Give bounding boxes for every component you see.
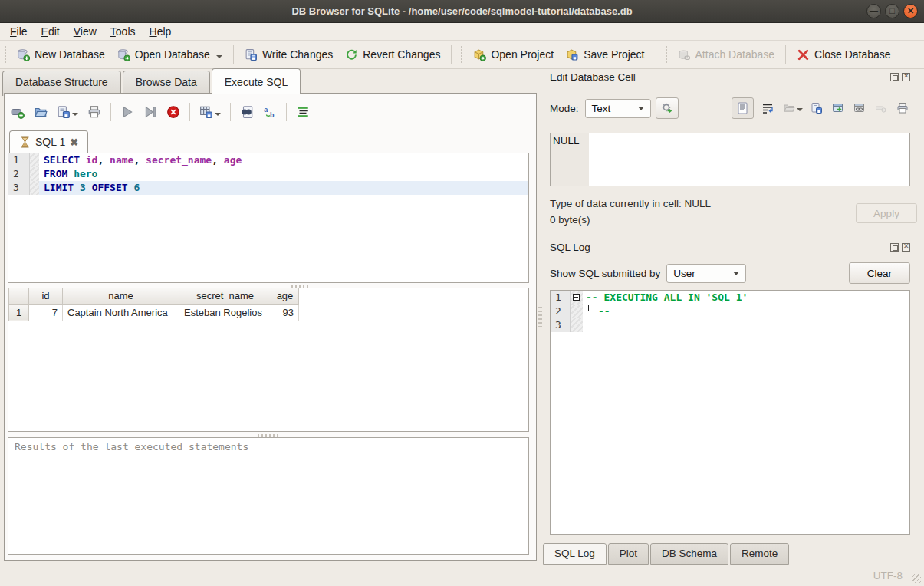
- close-tab-icon[interactable]: ✖: [70, 137, 78, 148]
- float-panel-icon[interactable]: [890, 73, 899, 81]
- cell-mode-row: Mode: Text: [550, 97, 910, 119]
- close-button[interactable]: ✕: [903, 4, 918, 18]
- menu-tools[interactable]: Tools: [104, 23, 143, 40]
- open-database-button[interactable]: Open Database: [111, 44, 229, 65]
- encoding-indicator[interactable]: UTF-8: [873, 570, 903, 581]
- open-external-icon: [832, 102, 844, 114]
- export-results-button[interactable]: [195, 102, 225, 122]
- cell-secret-name[interactable]: Esteban Rogelios: [179, 304, 271, 321]
- close-panel-icon[interactable]: [902, 73, 910, 81]
- cell-name[interactable]: Captain North America: [63, 304, 179, 321]
- stop-button[interactable]: [162, 102, 185, 122]
- open-database-dropdown-icon[interactable]: [216, 55, 222, 58]
- log-text: [583, 318, 909, 332]
- execute-all-button[interactable]: [116, 102, 139, 122]
- menu-edit[interactable]: Edit: [35, 23, 67, 40]
- sql-token: 3: [80, 182, 86, 193]
- cell-age[interactable]: 93: [271, 304, 299, 321]
- main-toolbar: New Database Open Database Write Changes…: [0, 41, 924, 69]
- toolbar-grip[interactable]: [459, 46, 464, 63]
- export-table-icon: [199, 105, 213, 119]
- apply-button[interactable]: Apply: [856, 203, 917, 223]
- menu-help[interactable]: Help: [143, 23, 179, 40]
- column-header-id[interactable]: id: [29, 288, 63, 304]
- tab-remote[interactable]: Remote: [730, 543, 789, 565]
- column-header-age[interactable]: age: [271, 288, 299, 304]
- attach-database-button[interactable]: Attach Database: [672, 44, 781, 65]
- revert-changes-button[interactable]: Revert Changes: [339, 44, 446, 65]
- sql-editor[interactable]: 1 SELECT id, name, secret_name, age 2 FR…: [8, 153, 529, 283]
- format-sql-button[interactable]: [291, 102, 314, 122]
- print-sql-button[interactable]: [83, 102, 106, 122]
- tab-sql-log[interactable]: SQL Log: [543, 543, 607, 565]
- export-dropdown-icon[interactable]: [215, 113, 221, 116]
- text-view-button[interactable]: [732, 97, 754, 119]
- sql-file-tab-label: SQL 1: [35, 136, 65, 148]
- close-panel-icon[interactable]: [902, 243, 910, 252]
- sql-log-view[interactable]: 1 -- EXECUTING ALL IN 'SQL 1' 2 -- 3: [550, 290, 910, 535]
- submitter-select[interactable]: User: [666, 264, 746, 283]
- new-database-button[interactable]: New Database: [11, 44, 111, 65]
- cell-editor[interactable]: NULL: [550, 133, 910, 186]
- save-sql-file-button[interactable]: [52, 102, 83, 122]
- close-database-button[interactable]: Close Database: [791, 44, 897, 65]
- toolbar-grip[interactable]: [664, 46, 669, 63]
- window-controls: ― □ ✕: [866, 4, 918, 18]
- hourglass-icon: [19, 136, 31, 148]
- mode-select[interactable]: Text: [585, 99, 651, 118]
- open-project-button[interactable]: Open Project: [467, 44, 560, 65]
- menu-file[interactable]: File: [3, 23, 35, 40]
- panel-splitter[interactable]: [538, 307, 542, 327]
- sql-log-title: SQL Log: [550, 242, 590, 253]
- replace-button[interactable]: ab: [258, 102, 281, 122]
- fold-end-line: [588, 305, 593, 311]
- float-panel-icon[interactable]: [890, 243, 899, 252]
- open-file-icon: [34, 105, 48, 119]
- new-database-icon: [17, 48, 30, 61]
- sql-token: OFFSET: [92, 182, 128, 193]
- maximize-button[interactable]: □: [885, 4, 899, 18]
- gear-arrow-icon: [661, 102, 673, 114]
- sql-token: [80, 154, 86, 166]
- find-button[interactable]: [235, 102, 258, 122]
- sql-file-tab[interactable]: SQL 1 ✖: [9, 130, 88, 153]
- row-number[interactable]: 1: [9, 304, 29, 321]
- write-changes-button[interactable]: Write Changes: [238, 44, 339, 65]
- open-external-button[interactable]: [830, 100, 846, 116]
- editor-line: 2 FROM hero: [8, 167, 528, 181]
- clear-log-button[interactable]: Clear: [849, 262, 910, 284]
- tab-db-schema[interactable]: DB Schema: [650, 543, 728, 565]
- sql-token: name: [110, 154, 133, 166]
- chevron-down-icon: [638, 107, 644, 110]
- word-wrap-button[interactable]: [760, 100, 775, 116]
- column-header-secret-name[interactable]: secret_name: [179, 288, 271, 304]
- print-cell-button[interactable]: [895, 100, 910, 116]
- save-project-button[interactable]: Save Project: [560, 44, 650, 65]
- menu-view[interactable]: View: [67, 23, 104, 40]
- link-data-button[interactable]: [852, 100, 867, 116]
- auto-apply-button[interactable]: [656, 97, 679, 119]
- resize-grip[interactable]: [912, 574, 921, 583]
- open-sql-file-button[interactable]: [29, 102, 52, 122]
- export-cell-button[interactable]: [809, 100, 824, 116]
- toolbar-grip[interactable]: [3, 46, 8, 63]
- cell-id[interactable]: 7: [29, 304, 63, 321]
- minimize-button[interactable]: ―: [866, 4, 881, 18]
- tab-execute-sql[interactable]: Execute SQL: [212, 68, 301, 94]
- fold-collapse-icon[interactable]: [573, 294, 580, 301]
- import-cell-button[interactable]: [781, 100, 804, 116]
- column-header-name[interactable]: name: [63, 288, 179, 304]
- sql-token: 6: [133, 182, 140, 193]
- edit-cell-title: Edit Database Cell: [550, 71, 636, 83]
- save-sql-dropdown-icon[interactable]: [72, 113, 78, 116]
- sql-token: age: [224, 154, 242, 166]
- sql-token: secret_name: [146, 154, 212, 166]
- main-tab-bar: Database Structure Browse Data Execute S…: [0, 69, 541, 94]
- table-row[interactable]: 1 7 Captain North America Esteban Rogeli…: [9, 304, 299, 321]
- tab-plot[interactable]: Plot: [608, 543, 649, 565]
- set-null-button[interactable]: [873, 100, 889, 116]
- new-sql-tab-button[interactable]: [6, 102, 29, 122]
- execute-line-button[interactable]: [139, 102, 162, 122]
- print-icon: [87, 105, 101, 119]
- import-file-icon: [783, 102, 795, 114]
